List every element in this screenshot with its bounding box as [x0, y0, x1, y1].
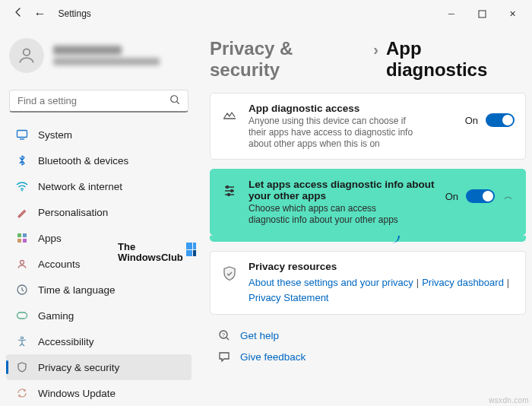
search-input[interactable]	[17, 95, 169, 106]
svg-rect-3	[17, 131, 27, 138]
breadcrumb-parent[interactable]: Privacy & security	[210, 38, 366, 81]
profile-name-blurred	[53, 46, 160, 65]
sidebar-item-label: Accounts	[38, 259, 81, 270]
svg-rect-8	[23, 239, 27, 243]
svg-point-13	[226, 186, 229, 189]
svg-rect-7	[17, 239, 21, 243]
sidebar-item-apps[interactable]: Apps	[6, 225, 192, 251]
card-title: Let apps access diagnostic info about yo…	[249, 179, 435, 201]
wifi-icon	[15, 179, 29, 193]
link-privacy-dashboard[interactable]: Privacy dashboard	[422, 277, 504, 288]
avatar	[9, 38, 44, 73]
system-icon	[15, 128, 29, 141]
update-icon	[15, 386, 29, 400]
breadcrumb-separator: ›	[373, 41, 378, 59]
nav-list: System Bluetooth & devices Network & int…	[5, 122, 193, 406]
accessibility-icon	[15, 335, 29, 348]
sidebar-item-label: Network & internet	[38, 181, 122, 192]
sidebar-item-time-language[interactable]: Time & language	[6, 277, 192, 303]
sidebar-item-personalisation[interactable]: Personalisation	[6, 199, 192, 225]
toggle-state-label: On	[465, 115, 478, 126]
chevron-up-icon[interactable]: ︿	[502, 190, 515, 203]
svg-point-15	[228, 194, 230, 196]
sidebar-item-network[interactable]: Network & internet	[6, 173, 192, 199]
get-help-label: Get help	[240, 330, 279, 341]
source-watermark: wsxdn.com	[489, 396, 529, 404]
toggle-app-diagnostic-access[interactable]	[486, 113, 515, 127]
svg-point-14	[231, 190, 233, 192]
sliders-icon	[221, 179, 238, 198]
paint-icon	[15, 205, 29, 219]
chart-icon	[221, 103, 238, 122]
clock-icon	[15, 283, 29, 297]
accounts-icon	[15, 257, 29, 271]
sidebar-item-label: Bluetooth & devices	[38, 155, 128, 167]
svg-rect-0	[479, 11, 486, 17]
sidebar-item-label: Apps	[38, 233, 62, 244]
card-let-apps-access[interactable]: Let apps access diagnostic info about yo…	[210, 169, 526, 236]
svg-point-1	[24, 49, 30, 56]
page-title: App diagnostics	[386, 38, 526, 81]
give-feedback-label: Give feedback	[240, 351, 306, 363]
card-app-diagnostic-access[interactable]: App diagnostic access Anyone using this …	[210, 93, 526, 160]
link-privacy-statement[interactable]: Privacy Statement	[249, 292, 329, 303]
privacy-links: About these settings and your privacy|Pr…	[249, 275, 515, 305]
sidebar-item-privacy-security[interactable]: Privacy & security	[6, 354, 192, 380]
toggle-state-label: On	[445, 191, 458, 202]
apps-icon	[15, 231, 29, 245]
sidebar-item-label: Time & language	[38, 284, 116, 296]
window-title: Settings	[58, 8, 90, 19]
highlight-underline	[210, 236, 526, 242]
feedback-icon	[217, 350, 231, 363]
svg-point-4	[21, 190, 23, 192]
shield-icon	[15, 360, 29, 374]
svg-rect-11	[17, 312, 27, 319]
card-title: App diagnostic access	[249, 103, 454, 114]
sidebar-item-label: Accessibility	[38, 336, 94, 347]
svg-rect-5	[17, 233, 21, 237]
card-privacy-resources: Privacy resources About these settings a…	[210, 251, 526, 315]
svg-rect-6	[23, 233, 27, 237]
title-bar: ← Settings ─ ✕	[0, 0, 532, 27]
sidebar-item-label: Personalisation	[38, 207, 108, 218]
give-feedback-link[interactable]: Give feedback	[210, 345, 526, 366]
sidebar: System Bluetooth & devices Network & int…	[0, 27, 196, 406]
card-desc: Choose which apps can access diagnostic …	[249, 203, 416, 226]
card-desc: Anyone using this device can choose if t…	[249, 116, 416, 150]
sidebar-item-label: Privacy & security	[38, 362, 119, 373]
back-arrow-icon[interactable]: ←	[29, 4, 50, 24]
gaming-icon	[15, 309, 29, 322]
window-controls: ─ ✕	[436, 2, 527, 25]
maximize-button[interactable]	[467, 2, 497, 25]
toggle-let-apps-access[interactable]	[466, 189, 495, 203]
svg-point-9	[21, 261, 24, 265]
sidebar-item-accessibility[interactable]: Accessibility	[6, 328, 192, 354]
get-help-link[interactable]: ? Get help	[210, 324, 526, 345]
sidebar-item-gaming[interactable]: Gaming	[6, 303, 192, 328]
sidebar-item-accounts[interactable]: Accounts	[6, 251, 192, 277]
link-about-settings[interactable]: About these settings and your privacy	[249, 277, 413, 288]
svg-text:?: ?	[222, 332, 225, 338]
breadcrumb: Privacy & security › App diagnostics	[210, 38, 526, 81]
svg-point-12	[21, 337, 24, 339]
sidebar-item-windows-update[interactable]: Windows Update	[6, 380, 192, 406]
bluetooth-icon	[15, 154, 29, 167]
minimize-button[interactable]: ─	[436, 2, 467, 25]
sidebar-item-system[interactable]: System	[6, 122, 192, 147]
shield-check-icon	[221, 261, 238, 282]
search-box[interactable]	[9, 90, 188, 113]
search-icon	[169, 94, 180, 107]
close-button[interactable]: ✕	[497, 2, 527, 25]
help-icon: ?	[217, 328, 231, 342]
main-content: Privacy & security › App diagnostics App…	[196, 27, 532, 406]
card-title: Privacy resources	[249, 261, 515, 272]
svg-point-2	[171, 96, 178, 103]
sidebar-item-label: Windows Update	[38, 388, 116, 399]
sidebar-item-bluetooth[interactable]: Bluetooth & devices	[6, 147, 192, 173]
profile-block[interactable]	[5, 32, 193, 84]
sidebar-item-label: System	[38, 129, 72, 141]
sidebar-item-label: Gaming	[38, 310, 74, 322]
